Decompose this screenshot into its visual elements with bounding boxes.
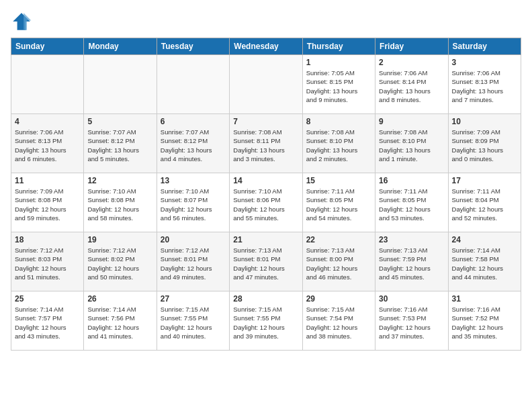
calendar-cell — [157, 55, 229, 114]
calendar-cell: 1Sunrise: 7:05 AMSunset: 8:15 PMDaylight… — [302, 55, 375, 114]
calendar-cell: 30Sunrise: 7:16 AMSunset: 7:53 PMDayligh… — [375, 291, 448, 351]
day-number: 22 — [306, 235, 371, 244]
calendar-table: SundayMondayTuesdayWednesdayThursdayFrid… — [11, 38, 521, 351]
calendar-body: 1Sunrise: 7:05 AMSunset: 8:15 PMDaylight… — [11, 55, 521, 351]
header-row: SundayMondayTuesdayWednesdayThursdayFrid… — [11, 38, 521, 55]
header — [11, 11, 521, 32]
day-info: Sunrise: 7:06 AMSunset: 8:14 PMDaylight:… — [379, 68, 444, 104]
day-info: Sunrise: 7:09 AMSunset: 8:08 PMDaylight:… — [15, 187, 80, 222]
day-info: Sunrise: 7:12 AMSunset: 8:03 PMDaylight:… — [15, 246, 80, 281]
day-info: Sunrise: 7:11 AMSunset: 8:04 PMDaylight:… — [452, 187, 517, 222]
calendar-cell: 10Sunrise: 7:09 AMSunset: 8:09 PMDayligh… — [448, 114, 521, 173]
calendar-cell: 29Sunrise: 7:15 AMSunset: 7:54 PMDayligh… — [302, 291, 375, 351]
calendar-cell: 14Sunrise: 7:10 AMSunset: 8:06 PMDayligh… — [230, 173, 302, 232]
day-info: Sunrise: 7:16 AMSunset: 7:52 PMDaylight:… — [452, 305, 517, 340]
week-row-4: 18Sunrise: 7:12 AMSunset: 8:03 PMDayligh… — [11, 232, 521, 291]
calendar-cell: 23Sunrise: 7:13 AMSunset: 7:59 PMDayligh… — [375, 232, 448, 291]
day-info: Sunrise: 7:14 AMSunset: 7:58 PMDaylight:… — [452, 246, 517, 281]
day-info: Sunrise: 7:05 AMSunset: 8:15 PMDaylight:… — [306, 68, 371, 104]
day-info: Sunrise: 7:06 AMSunset: 8:13 PMDaylight:… — [452, 68, 517, 104]
day-info: Sunrise: 7:15 AMSunset: 7:55 PMDaylight:… — [161, 305, 226, 340]
day-info: Sunrise: 7:10 AMSunset: 8:07 PMDaylight:… — [161, 187, 226, 222]
calendar-header: SundayMondayTuesdayWednesdayThursdayFrid… — [11, 38, 521, 55]
day-number: 17 — [452, 176, 517, 185]
weekday-header-saturday: Saturday — [448, 38, 521, 55]
day-info: Sunrise: 7:14 AMSunset: 7:56 PMDaylight:… — [87, 305, 152, 340]
weekday-header-tuesday: Tuesday — [157, 38, 229, 55]
day-info: Sunrise: 7:06 AMSunset: 8:13 PMDaylight:… — [15, 128, 80, 163]
day-info: Sunrise: 7:10 AMSunset: 8:06 PMDaylight:… — [233, 187, 298, 222]
calendar-cell: 6Sunrise: 7:07 AMSunset: 8:12 PMDaylight… — [157, 114, 229, 173]
week-row-2: 4Sunrise: 7:06 AMSunset: 8:13 PMDaylight… — [11, 114, 521, 173]
day-number: 31 — [452, 294, 517, 304]
day-number: 3 — [452, 58, 517, 67]
calendar-cell — [84, 55, 157, 114]
calendar-cell: 9Sunrise: 7:08 AMSunset: 8:10 PMDaylight… — [375, 114, 448, 173]
calendar-cell: 22Sunrise: 7:13 AMSunset: 8:00 PMDayligh… — [302, 232, 375, 291]
day-number: 26 — [87, 294, 152, 304]
day-number: 13 — [161, 176, 226, 185]
day-info: Sunrise: 7:13 AMSunset: 8:00 PMDaylight:… — [306, 246, 371, 281]
week-row-1: 1Sunrise: 7:05 AMSunset: 8:15 PMDaylight… — [11, 55, 521, 114]
calendar-cell: 19Sunrise: 7:12 AMSunset: 8:02 PMDayligh… — [84, 232, 157, 291]
calendar-cell: 28Sunrise: 7:15 AMSunset: 7:55 PMDayligh… — [230, 291, 302, 351]
day-number: 10 — [452, 117, 517, 126]
day-info: Sunrise: 7:14 AMSunset: 7:57 PMDaylight:… — [15, 305, 80, 340]
calendar-cell — [230, 55, 302, 114]
day-info: Sunrise: 7:12 AMSunset: 8:02 PMDaylight:… — [87, 246, 152, 281]
calendar-cell: 3Sunrise: 7:06 AMSunset: 8:13 PMDaylight… — [448, 55, 521, 114]
day-info: Sunrise: 7:08 AMSunset: 8:10 PMDaylight:… — [379, 128, 444, 163]
week-row-5: 25Sunrise: 7:14 AMSunset: 7:57 PMDayligh… — [11, 291, 521, 351]
day-number: 9 — [379, 117, 444, 126]
day-number: 21 — [233, 235, 298, 244]
calendar-cell: 18Sunrise: 7:12 AMSunset: 8:03 PMDayligh… — [11, 232, 84, 291]
day-info: Sunrise: 7:13 AMSunset: 8:01 PMDaylight:… — [233, 246, 298, 281]
day-info: Sunrise: 7:11 AMSunset: 8:05 PMDaylight:… — [306, 187, 371, 222]
calendar-cell: 21Sunrise: 7:13 AMSunset: 8:01 PMDayligh… — [230, 232, 302, 291]
week-row-3: 11Sunrise: 7:09 AMSunset: 8:08 PMDayligh… — [11, 173, 521, 232]
calendar-cell: 25Sunrise: 7:14 AMSunset: 7:57 PMDayligh… — [11, 291, 84, 351]
day-number: 2 — [379, 58, 444, 67]
day-info: Sunrise: 7:12 AMSunset: 8:01 PMDaylight:… — [161, 246, 226, 281]
weekday-header-thursday: Thursday — [302, 38, 375, 55]
day-number: 20 — [161, 235, 226, 244]
calendar-cell: 7Sunrise: 7:08 AMSunset: 8:11 PMDaylight… — [230, 114, 302, 173]
day-info: Sunrise: 7:08 AMSunset: 8:10 PMDaylight:… — [306, 128, 371, 163]
day-info: Sunrise: 7:07 AMSunset: 8:12 PMDaylight:… — [161, 128, 226, 163]
page-container: SundayMondayTuesdayWednesdayThursdayFrid… — [11, 11, 521, 351]
logo-area — [11, 11, 35, 32]
day-info: Sunrise: 7:15 AMSunset: 7:55 PMDaylight:… — [233, 305, 298, 340]
weekday-header-friday: Friday — [375, 38, 448, 55]
day-info: Sunrise: 7:10 AMSunset: 8:08 PMDaylight:… — [87, 187, 152, 222]
logo-icon — [11, 11, 32, 32]
calendar-cell: 15Sunrise: 7:11 AMSunset: 8:05 PMDayligh… — [302, 173, 375, 232]
day-number: 18 — [15, 235, 80, 244]
calendar-cell: 31Sunrise: 7:16 AMSunset: 7:52 PMDayligh… — [448, 291, 521, 351]
day-info: Sunrise: 7:09 AMSunset: 8:09 PMDaylight:… — [452, 128, 517, 163]
day-number: 7 — [233, 117, 298, 126]
calendar-cell: 2Sunrise: 7:06 AMSunset: 8:14 PMDaylight… — [375, 55, 448, 114]
day-info: Sunrise: 7:08 AMSunset: 8:11 PMDaylight:… — [233, 128, 298, 163]
day-number: 24 — [452, 235, 517, 244]
day-info: Sunrise: 7:07 AMSunset: 8:12 PMDaylight:… — [87, 128, 152, 163]
calendar-cell: 26Sunrise: 7:14 AMSunset: 7:56 PMDayligh… — [84, 291, 157, 351]
day-number: 1 — [306, 58, 371, 67]
calendar-cell: 11Sunrise: 7:09 AMSunset: 8:08 PMDayligh… — [11, 173, 84, 232]
day-number: 19 — [87, 235, 152, 244]
day-info: Sunrise: 7:15 AMSunset: 7:54 PMDaylight:… — [306, 305, 371, 340]
day-number: 5 — [87, 117, 152, 126]
day-number: 6 — [161, 117, 226, 126]
day-number: 30 — [379, 294, 444, 304]
day-number: 4 — [15, 117, 80, 126]
weekday-header-sunday: Sunday — [11, 38, 84, 55]
day-info: Sunrise: 7:13 AMSunset: 7:59 PMDaylight:… — [379, 246, 444, 281]
day-number: 28 — [233, 294, 298, 304]
calendar-cell: 27Sunrise: 7:15 AMSunset: 7:55 PMDayligh… — [157, 291, 229, 351]
day-number: 11 — [15, 176, 80, 185]
svg-marker-0 — [13, 13, 30, 30]
day-number: 23 — [379, 235, 444, 244]
day-info: Sunrise: 7:11 AMSunset: 8:05 PMDaylight:… — [379, 187, 444, 222]
calendar-cell: 13Sunrise: 7:10 AMSunset: 8:07 PMDayligh… — [157, 173, 229, 232]
day-info: Sunrise: 7:16 AMSunset: 7:53 PMDaylight:… — [379, 305, 444, 340]
day-number: 15 — [306, 176, 371, 185]
